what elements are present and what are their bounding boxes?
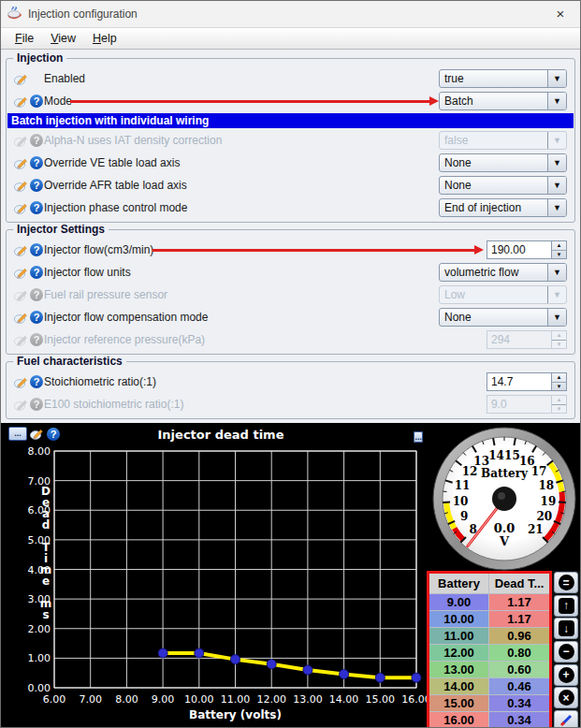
chart-options-button[interactable]: ... [8,427,27,441]
help-icon: ? [30,288,43,301]
table-cell[interactable]: 0.34 [489,712,549,728]
pencil-icon [14,95,28,109]
help-icon[interactable]: ? [30,243,43,256]
help-icon[interactable]: ? [30,156,43,169]
group-title: Injector Settings [13,223,109,236]
chevron-down-icon[interactable]: ▼ [547,154,566,171]
menu-view[interactable]: View [42,29,84,48]
minus-icon: − [559,644,574,660]
chevron-down-icon[interactable]: ▼ [547,309,566,326]
table-cell[interactable]: 9.00 [429,594,488,610]
chevron-down-icon[interactable]: ▼ [547,93,566,109]
svg-text:13: 13 [473,455,489,468]
injector-flow-spinner[interactable]: 190.00 ▲▼ [487,240,567,259]
stoichiometric-spinner[interactable]: 14.7 ▲▼ [487,372,567,391]
help-icon[interactable]: ? [30,266,43,279]
table-cell[interactable]: 0.60 [489,662,549,677]
svg-text:9.00: 9.00 [152,693,175,706]
edit-pencil-button[interactable] [554,710,578,728]
spinner-down-icon: ▼ [552,405,566,414]
menu-file[interactable]: File [7,29,42,48]
spinner-down-icon: ▼ [552,341,566,349]
table-cell[interactable]: 0.46 [489,678,549,694]
chevron-down-icon[interactable]: ▼ [547,264,566,281]
help-icon[interactable]: ? [30,95,43,108]
table-cell[interactable]: 12.00 [429,645,488,661]
svg-text:15.00: 15.00 [366,693,396,706]
menu-help[interactable]: Help [84,29,125,48]
help-icon: ? [30,398,43,411]
pencil-edit-icon [559,713,574,728]
setting-label: Override AFR table load axis [44,179,187,192]
spinner-up-icon[interactable]: ▲ [552,241,566,251]
table-cell[interactable]: 0.96 [489,628,549,644]
mode-dropdown[interactable]: Batch ▼ [439,92,567,110]
svg-text:20: 20 [537,510,553,523]
table-cell[interactable]: 14.00 [429,678,488,694]
spinner-up-icon[interactable]: ▲ [552,373,566,383]
chart-canvas[interactable]: Injector dead time0.001.002.003.004.005.… [1,423,427,728]
enabled-dropdown[interactable]: true ▼ [439,69,567,88]
dead-time-table[interactable]: BatteryDead T...9.001.1710.001.1711.000.… [427,571,552,728]
svg-text:8.00: 8.00 [28,445,51,458]
svg-text:9: 9 [460,510,468,523]
setting-row-flow-units: ? Injector flow units volumetric flow ▼ [12,261,569,284]
pencil-icon [14,156,28,170]
pencil-icon [14,243,28,257]
plus-button[interactable]: + [554,664,578,686]
fuel-rail-sensor-dropdown: Low ▼ [439,285,567,304]
minus-button[interactable]: − [554,641,578,662]
flow-compensation-dropdown[interactable]: None ▼ [439,308,567,327]
group-title: Injection [13,51,66,65]
setting-row-override-ve: ? Override VE table load axis None ▼ [12,152,569,174]
chevron-down-icon[interactable]: ▼ [547,177,566,194]
equals-button[interactable]: = [554,572,578,593]
override-afr-dropdown[interactable]: None ▼ [439,176,567,195]
table-cell[interactable]: 10.00 [429,611,488,627]
table-cell[interactable]: 0.34 [489,695,549,711]
svg-text:Battery: Battery [481,467,529,480]
injection-phase-dropdown[interactable]: End of injection ▼ [439,198,567,217]
spinner-down-icon[interactable]: ▼ [552,251,566,259]
table-cell[interactable]: 1.17 [489,611,549,627]
spinner-up-icon: ▲ [552,331,566,341]
help-icon[interactable]: ? [30,311,43,324]
table-cell[interactable]: 0.80 [489,645,549,661]
table-buttons-column: = ↑ ↓ − + × [552,571,581,728]
pencil-icon [14,72,28,86]
setting-label: Injector flow(cm3/min) [44,243,153,256]
pencil-icon [14,398,28,412]
close-icon[interactable]: × [546,1,574,27]
help-icon[interactable]: ? [30,179,43,192]
setting-row-alpha-n-iat: ? Alpha-N uses IAT density correction fa… [12,129,569,152]
chart-table-toggle-button[interactable]: ... [414,431,423,443]
setting-label: Injector flow units [44,266,131,279]
setting-row-stoichiometric: ? Stoichiometric ratio(:1) 14.7 ▲▼ [12,371,569,393]
arrow-down-icon: ↓ [559,620,574,636]
window-title: Injection configuration [28,7,546,21]
arrow-up-button[interactable]: ↑ [554,595,578,617]
table-cell[interactable]: 1.17 [489,594,549,610]
table-cell[interactable]: 11.00 [429,628,488,644]
flow-units-dropdown[interactable]: volumetric flow ▼ [439,263,567,282]
right-column: 89101112131415161718192021Battery0.0V Ba… [427,423,581,728]
help-icon[interactable]: ? [30,375,43,388]
arrow-down-button[interactable]: ↓ [554,618,578,639]
setting-label: Injector flow compensation mode [44,311,208,324]
override-ve-dropdown[interactable]: None ▼ [439,153,567,172]
spinner-down-icon[interactable]: ▼ [552,383,566,391]
help-icon[interactable]: ? [47,428,60,441]
help-icon[interactable]: ? [30,201,43,214]
multiply-button[interactable]: × [554,687,578,708]
svg-text:10.00: 10.00 [184,693,214,706]
svg-text:1.00: 1.00 [28,652,51,664]
table-cell[interactable]: 13.00 [429,662,488,677]
chevron-down-icon[interactable]: ▼ [547,199,566,216]
setting-row-fuel-rail-sensor: ? Fuel rail pressure sensor Low ▼ [12,284,569,306]
table-cell[interactable]: 15.00 [429,695,488,711]
chevron-down-icon[interactable]: ▼ [547,70,566,87]
svg-text:e: e [42,575,50,588]
svg-text:7.00: 7.00 [79,693,102,706]
setting-row-reference-pressure: ? Injector reference pressure(kPa) 294 ▲… [12,328,569,351]
table-cell[interactable]: 16.00 [429,712,488,728]
